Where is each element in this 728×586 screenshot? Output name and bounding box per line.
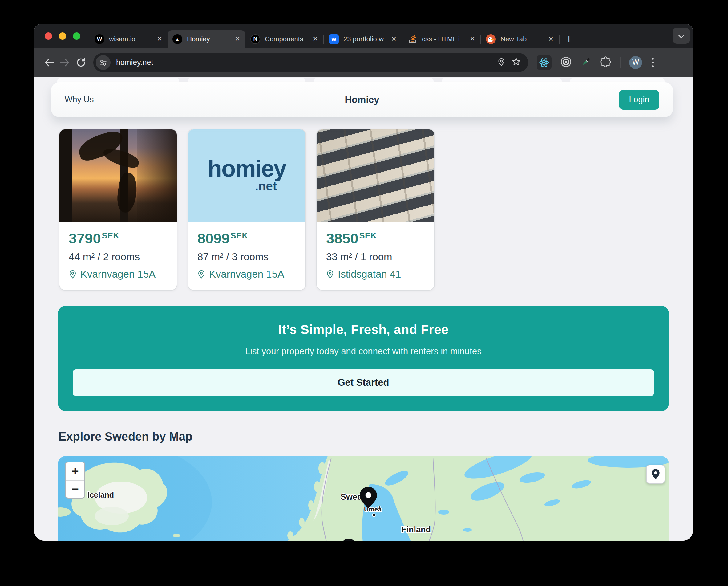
profile-avatar[interactable]: W	[629, 56, 642, 69]
minimize-window-button[interactable]	[59, 32, 66, 40]
star-icon	[512, 57, 521, 67]
listing-price: 3790SEK	[69, 230, 167, 247]
listing-price: 8099SEK	[198, 230, 296, 247]
eyedropper-icon	[580, 56, 592, 68]
listing-address-link[interactable]: Istidsgatan 41	[326, 269, 425, 280]
homiey-logo-net: .net	[255, 179, 277, 193]
tab-separator	[559, 34, 560, 44]
toolbar-extensions: W	[537, 55, 655, 70]
tabs: W wisam.io × ▲ Homiey × N Components × w	[89, 24, 572, 48]
listing-card[interactable]: 3850SEK 33 m² / 1 room Istidsgatan 41	[316, 129, 435, 290]
umea-dot-icon	[372, 514, 375, 517]
locate-pin-icon	[650, 468, 661, 480]
currency-label: SEK	[231, 231, 248, 240]
listing-photo-sunset-window	[59, 129, 177, 222]
tab-strip: W wisam.io × ▲ Homiey × N Components × w	[34, 24, 693, 48]
tab-title: New Tab	[500, 35, 542, 43]
zoom-in-button[interactable]: +	[66, 462, 84, 480]
tab-homiey-active[interactable]: ▲ Homiey ×	[167, 30, 245, 48]
listing-price: 3850SEK	[326, 230, 425, 247]
tab-css-html[interactable]: css - HTML i ×	[402, 30, 480, 48]
locate-me-button[interactable]	[646, 465, 665, 484]
browser-menu-button[interactable]	[651, 57, 655, 69]
close-icon[interactable]: ×	[155, 34, 164, 44]
tab-title: Components	[265, 35, 306, 43]
screenshot: W wisam.io × ▲ Homiey × N Components × w	[0, 0, 728, 586]
vercel-triangle-icon: ▲	[173, 34, 182, 44]
bookmark-button[interactable]	[512, 57, 521, 68]
map-pin-icon	[69, 270, 77, 279]
listing-info: 3850SEK 33 m² / 1 room Istidsgatan 41	[317, 222, 434, 290]
page-content: Why Us Homiey Login 3790SEK 44 m² / 2 ro…	[34, 77, 693, 541]
zoom-out-button[interactable]: −	[66, 480, 84, 498]
map-label-finland: Finland	[401, 525, 431, 534]
close-icon[interactable]: ×	[547, 34, 555, 44]
site-settings-button[interactable]	[96, 55, 110, 70]
map-section-heading: Explore Sweden by Map	[58, 430, 192, 443]
cta-banner: It’s Simple, Fresh, and Free List your p…	[58, 306, 669, 411]
listing-cards: 3790SEK 44 m² / 2 rooms Kvarnvägen 15A h…	[59, 129, 435, 290]
tab-wisam[interactable]: W wisam.io ×	[89, 30, 167, 48]
back-icon	[44, 57, 54, 68]
tab-title: css - HTML i	[422, 35, 464, 43]
map-zoom-control: + −	[65, 461, 85, 499]
map-pin-icon	[198, 270, 205, 279]
new-tab-button[interactable]: +	[566, 33, 572, 45]
map-pin-icon	[326, 270, 334, 279]
site-title: Homiey	[51, 94, 673, 105]
sweden-map[interactable]: Iceland Sweden Umeå Finland +	[58, 456, 669, 541]
map-label-umea: Umeå	[364, 506, 382, 513]
reload-button[interactable]	[73, 54, 89, 71]
cta-subtitle: List your property today and connect wit…	[245, 346, 481, 356]
browser-window: W wisam.io × ▲ Homiey × N Components × w	[34, 24, 693, 541]
listing-details: 33 m² / 1 room	[326, 251, 425, 263]
browser-toolbar: homiey.net	[34, 48, 693, 77]
tab-search-chevron-button[interactable]	[673, 28, 690, 44]
puzzle-extensions-icon	[600, 56, 611, 68]
tune-icon	[99, 58, 107, 67]
tab-title: wisam.io	[109, 35, 151, 43]
orbit-extension-button[interactable]	[560, 56, 572, 69]
map-canvas: Iceland Sweden Umeå Finland	[58, 456, 669, 541]
login-button[interactable]: Login	[619, 90, 659, 110]
get-started-button[interactable]: Get Started	[73, 370, 654, 396]
listing-address-link[interactable]: Kvarnvägen 15A	[69, 269, 167, 280]
close-window-button[interactable]	[45, 32, 52, 40]
close-icon[interactable]: ×	[233, 34, 242, 44]
close-icon[interactable]: ×	[311, 34, 320, 44]
colorpicker-extension-button[interactable]	[580, 56, 592, 69]
forward-button[interactable]	[57, 54, 73, 71]
address-bar[interactable]: homiey.net	[93, 53, 528, 72]
nextjs-icon: N	[250, 34, 260, 44]
listing-address-link[interactable]: Kvarnvägen 15A	[198, 269, 296, 280]
webflow-icon: w	[329, 34, 339, 44]
extensions-button[interactable]	[600, 56, 611, 69]
listing-photo-apartment-building	[317, 129, 434, 222]
tab-title: 23 portfolio w	[343, 35, 385, 43]
listing-card[interactable]: homiey .net 8099SEK 87 m² / 3 rooms Kvar…	[187, 129, 306, 290]
geolocation-button[interactable]	[497, 57, 506, 68]
react-devtools-button[interactable]	[537, 55, 551, 70]
listing-details: 87 m² / 3 rooms	[198, 251, 296, 263]
zoom-window-button[interactable]	[73, 32, 80, 40]
tab-portfolio[interactable]: w 23 portfolio w ×	[324, 30, 402, 48]
listing-info: 3790SEK 44 m² / 2 rooms Kvarnvägen 15A	[59, 222, 177, 290]
stackoverflow-icon	[408, 34, 417, 44]
duckduckgo-icon	[486, 34, 496, 44]
react-devtools-icon	[539, 57, 550, 68]
tab-components[interactable]: N Components ×	[245, 30, 323, 48]
listing-details: 44 m² / 2 rooms	[69, 251, 167, 263]
currency-label: SEK	[102, 231, 120, 240]
listing-card[interactable]: 3790SEK 44 m² / 2 rooms Kvarnvägen 15A	[59, 129, 177, 290]
map-label-iceland: Iceland	[87, 490, 114, 499]
toolbar-separator	[620, 57, 621, 69]
window-controls	[34, 24, 89, 48]
close-icon[interactable]: ×	[468, 34, 477, 44]
url-text[interactable]: homiey.net	[116, 58, 491, 67]
cta-title: It’s Simple, Fresh, and Free	[278, 322, 448, 337]
tab-new-tab[interactable]: New Tab ×	[481, 30, 559, 48]
close-icon[interactable]: ×	[390, 34, 398, 44]
site-header: Why Us Homiey Login	[51, 82, 673, 117]
reload-icon	[76, 57, 86, 68]
back-button[interactable]	[41, 54, 57, 71]
